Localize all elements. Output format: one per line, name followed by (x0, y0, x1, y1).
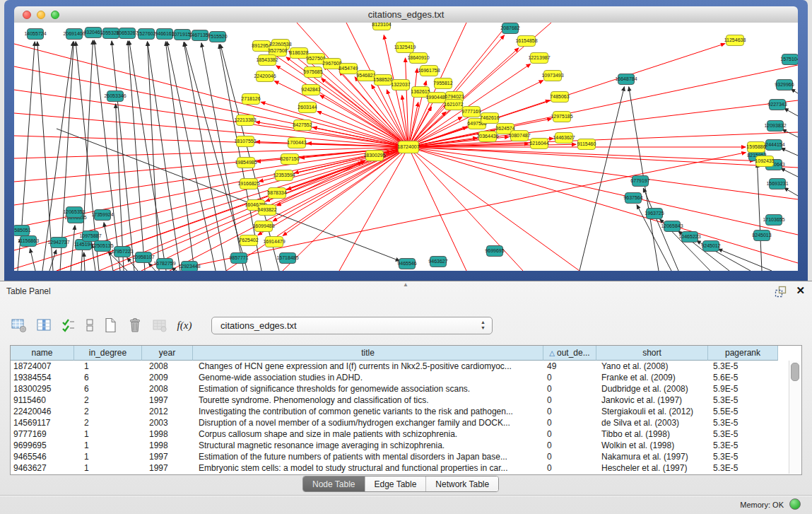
table-cell: Hescheler et al. (1997) (596, 463, 708, 473)
red-edge (408, 23, 509, 147)
table-cell: Stergiakouli et al. (2012) (596, 407, 708, 416)
network-window-titlebar[interactable]: citations_edges.txt (14, 6, 798, 23)
node-label: 3527508 (268, 48, 287, 53)
table-row[interactable]: 1938455462009Genome-wide association stu… (11, 372, 801, 383)
red-edge (283, 147, 408, 235)
black-edge (84, 252, 85, 271)
table-cell: 5.3E-5 (708, 452, 778, 462)
network-canvas[interactable]: 1405572420691406932046110553287106532671… (14, 23, 798, 271)
tab-edge-table[interactable]: Edge Table (365, 477, 426, 491)
node-label: 8912954 (252, 43, 271, 48)
table-cell: 49 (543, 361, 596, 371)
column-header-pagerank[interactable]: pagerank (708, 346, 778, 361)
table-cell: 1997 (142, 395, 193, 405)
dropdown-stepper-icon: ▲▼ (481, 320, 486, 331)
node-label: 10465223 (678, 234, 700, 239)
table-cell: 18300295 (11, 384, 74, 394)
column-header-name[interactable]: name (11, 346, 74, 361)
node-label: 16099488 (252, 223, 274, 228)
column-icon[interactable] (35, 315, 53, 335)
black-edge (784, 188, 798, 196)
table-cell: 5.3E-5 (708, 440, 778, 450)
function-builder-icon[interactable]: f(x) (175, 315, 194, 335)
select-rows-icon[interactable] (59, 315, 78, 335)
node-label: 18300295 (363, 153, 385, 158)
black-edge (184, 42, 247, 271)
table-body: 1872400712008Changes of HCN gene express… (11, 361, 801, 474)
node-label: 12942737 (47, 240, 69, 245)
table-row[interactable]: 946362711997Embryonic stem cells: a mode… (11, 462, 801, 474)
column-header-short[interactable]: short (596, 346, 708, 361)
float-panel-icon[interactable] (775, 286, 787, 298)
table-dropdown[interactable]: citations_edges.txt ▲▼ (211, 317, 493, 334)
new-document-icon[interactable] (101, 315, 119, 335)
column-header-year[interactable]: year (142, 346, 193, 361)
node-label: 2603144 (298, 105, 317, 110)
scrollbar-thumb[interactable] (791, 363, 799, 381)
table-cell: Tourette syndrome. Phenomenology and cla… (193, 395, 543, 405)
node-label: 10973493 (541, 73, 563, 78)
node-label: 20364436 (476, 134, 498, 139)
black-edge (112, 41, 134, 271)
table-cell: Yano et al. (2008) (596, 361, 708, 371)
memory-status-indicator[interactable] (789, 498, 801, 510)
node-label: 12923448 (178, 264, 200, 269)
black-edge (201, 43, 244, 271)
column-header-in_degree[interactable]: in_degree (74, 346, 142, 361)
network-window: citations_edges.txt 14055724206914069320… (4, 0, 808, 281)
memory-status-label: Memory: OK (740, 501, 784, 509)
table-cell: 1 (74, 361, 142, 371)
column-header-out_de[interactable]: △out_de... (543, 346, 596, 361)
table-cell: Tibbo et al. (1998) (596, 429, 708, 439)
table-dropdown-value: citations_edges.txt (220, 320, 297, 331)
node-label: 18724007 (397, 144, 419, 149)
node-label: 10653267 (116, 30, 138, 35)
tab-node-table[interactable]: Node Table (303, 477, 365, 491)
table-cell: 1997 (142, 463, 193, 473)
red-edge (170, 147, 408, 271)
table-settings-icon[interactable] (10, 315, 28, 335)
delete-icon[interactable] (126, 315, 144, 335)
node-label: 17359924 (91, 212, 113, 217)
table-row[interactable]: 1830029562008Estimation of significance … (11, 383, 801, 395)
node-label: 9227343 (767, 102, 787, 107)
table-row[interactable]: 911546021997Tourette syndrome. Phenomeno… (11, 395, 801, 406)
node-label: 26053346 (104, 93, 126, 98)
table-cell: 0 (543, 429, 596, 439)
table-row[interactable]: 977716911998Corpus callosum shape and si… (11, 428, 801, 440)
table-cell: 5.5E-5 (708, 407, 778, 416)
panel-resize-grip[interactable]: ▲ (403, 281, 408, 288)
table-cell: 1 (74, 463, 142, 473)
table-vertical-scrollbar[interactable] (789, 361, 801, 474)
red-edge (408, 147, 523, 271)
node-label: 8245013 (752, 233, 771, 238)
table-cell: 19384554 (11, 373, 74, 382)
column-header-title[interactable]: title (193, 346, 543, 361)
tab-network-table[interactable]: Network Table (425, 477, 498, 491)
node-label: 2718126 (241, 96, 260, 101)
node-label: 6794023 (445, 94, 464, 99)
black-edge (30, 249, 35, 271)
close-panel-icon[interactable]: ✕ (796, 284, 805, 297)
table-row[interactable]: 2242004622012Investigating the contribut… (11, 406, 801, 417)
fx-label: f(x) (177, 320, 192, 332)
table-cell: 18724007 (11, 361, 74, 371)
table-row[interactable]: 1872400712008Changes of HCN gene express… (11, 361, 801, 372)
node-label: 14055724 (24, 31, 46, 36)
import-table-icon[interactable] (151, 315, 169, 335)
node-label: 1963725 (645, 211, 664, 216)
table-cell: 9463627 (11, 463, 74, 473)
node-label: 12213383 (234, 117, 256, 122)
table-row[interactable]: 1456911722003Disruption of a novel membe… (11, 417, 801, 428)
node-label: 9463627 (428, 259, 447, 264)
table-cell: 1 (74, 452, 142, 462)
rows-icon[interactable] (84, 315, 95, 335)
table-cell: 0 (543, 395, 596, 405)
node-label: 16961758 (418, 68, 440, 73)
table-cell: Disruption of a novel member of a sodium… (193, 418, 543, 428)
node-label: 16154858 (515, 38, 537, 43)
table-row[interactable]: 946554611997Estimation of the future num… (11, 451, 801, 462)
table-row[interactable]: 969969511998Structural magnetic resonanc… (11, 440, 801, 451)
node-label: 1575104 (780, 57, 798, 62)
node-label: 7625402 (239, 238, 258, 243)
